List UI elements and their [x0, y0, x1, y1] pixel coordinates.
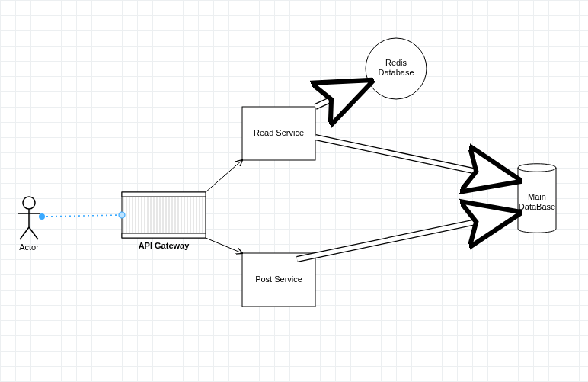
redis-label: Redis Database: [375, 58, 417, 78]
post-to-maindb-arrow: [297, 213, 516, 259]
svg-line-15: [315, 82, 369, 107]
svg-line-19: [297, 213, 516, 259]
api-gateway-node[interactable]: [122, 192, 206, 238]
gateway-to-read-arrow: [206, 160, 242, 192]
api-gateway-label: API Gateway: [125, 241, 203, 251]
svg-line-16: [315, 82, 369, 107]
main-db-label-line2: DataBase: [519, 202, 555, 211]
redis-node[interactable]: [366, 38, 427, 99]
read-to-maindb-arrow: [315, 137, 516, 180]
diagram-svg: [0, 0, 588, 382]
redis-label-line1: Redis: [385, 58, 407, 67]
actor-node[interactable]: [18, 197, 40, 239]
svg-rect-6: [122, 192, 206, 238]
main-db-label-line1: Main: [528, 192, 546, 201]
svg-rect-7: [122, 192, 206, 197]
post-service-node[interactable]: [242, 253, 315, 307]
read-service-node[interactable]: [242, 107, 315, 160]
svg-point-1: [23, 197, 35, 209]
main-db-node[interactable]: [518, 164, 556, 233]
actor-to-gateway-connector[interactable]: [39, 212, 125, 220]
svg-line-5: [29, 227, 38, 239]
post-service-label: Post Service: [242, 274, 315, 284]
svg-rect-9: [242, 107, 315, 160]
svg-point-14: [119, 212, 125, 218]
svg-line-17: [315, 137, 516, 180]
svg-point-13: [39, 213, 45, 220]
read-to-redis-arrow: [315, 82, 369, 107]
main-db-label: Main DataBase: [518, 192, 556, 212]
svg-line-20: [297, 213, 516, 259]
read-service-label: Read Service: [242, 128, 315, 138]
svg-point-11: [366, 38, 427, 99]
diagram-canvas: Actor API Gateway Read Service Post Serv…: [0, 0, 588, 382]
svg-rect-8: [122, 233, 206, 238]
redis-label-line2: Database: [378, 68, 414, 77]
svg-rect-10: [242, 253, 315, 307]
actor-label: Actor: [12, 242, 46, 252]
svg-line-12: [42, 215, 122, 217]
gateway-to-post-arrow: [206, 238, 242, 253]
svg-line-4: [20, 227, 29, 239]
svg-line-18: [315, 137, 516, 180]
